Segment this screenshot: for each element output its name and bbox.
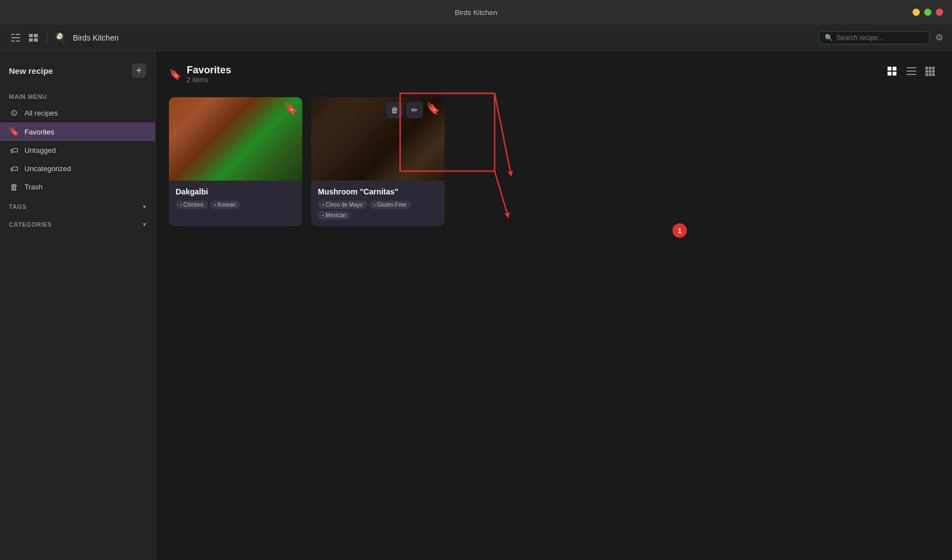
sidebar-item-label: Trash xyxy=(24,183,43,191)
svg-rect-4 xyxy=(16,41,20,42)
layout-toggle-button[interactable] xyxy=(27,32,40,44)
tag-cinco-de-mayo[interactable]: Cinco de Mayo xyxy=(318,201,367,209)
recipe-card-dakgalbi[interactable]: 🔖 Dakgalbi Chicken Korean xyxy=(169,97,302,226)
uncategorized-icon: 🏷 xyxy=(9,164,19,173)
grid-view-button[interactable] xyxy=(884,64,901,82)
sidebar-item-trash[interactable]: 🗑 Trash xyxy=(0,178,155,196)
svg-rect-7 xyxy=(29,38,33,42)
svg-rect-8 xyxy=(34,38,38,42)
edit-button[interactable]: ✏ xyxy=(406,102,423,118)
svg-rect-0 xyxy=(11,34,14,35)
search-input[interactable] xyxy=(836,34,924,42)
all-recipes-icon: ⊙ xyxy=(9,108,19,118)
svg-rect-15 xyxy=(906,74,916,75)
categories-section[interactable]: CATEGORIES ▾ xyxy=(0,214,155,232)
svg-rect-13 xyxy=(906,67,916,68)
dakgalbi-card-body: Dakgalbi Chicken Korean xyxy=(169,181,302,216)
svg-rect-21 xyxy=(932,70,935,73)
section-title: Favorites xyxy=(187,64,231,76)
categories-section-title: CATEGORIES xyxy=(9,221,52,228)
sidebar-item-label: Favorites xyxy=(24,128,54,136)
sidebar-toggle-button[interactable] xyxy=(9,32,22,44)
annotation-badge-1: 1 xyxy=(672,223,687,238)
svg-rect-12 xyxy=(893,72,896,76)
close-button[interactable] xyxy=(936,9,943,16)
svg-rect-16 xyxy=(925,67,928,69)
section-title-block: Favorites 2 items xyxy=(187,64,231,84)
trash-icon: 🗑 xyxy=(9,182,19,192)
mushroom-tags: Cinco de Mayo Gluten-Free Mexican xyxy=(318,201,438,219)
tag-korean[interactable]: Korean xyxy=(210,201,240,209)
section-bookmark-icon: 🔖 xyxy=(169,68,181,81)
categories-chevron-icon: ▾ xyxy=(143,221,146,228)
new-recipe-label: New recipe xyxy=(9,66,53,76)
toolbar-divider xyxy=(47,32,47,43)
section-subtitle: 2 items xyxy=(187,76,231,84)
search-bar[interactable]: 🔍 xyxy=(819,31,930,44)
svg-rect-17 xyxy=(929,67,931,69)
titlebar: Birds Kitchen xyxy=(0,0,952,24)
svg-rect-23 xyxy=(929,73,931,76)
svg-rect-2 xyxy=(11,41,14,42)
list-view-button[interactable] xyxy=(903,64,920,82)
minimize-button[interactable] xyxy=(913,9,920,16)
svg-rect-24 xyxy=(932,73,935,76)
svg-rect-18 xyxy=(932,67,935,69)
sidebar-item-untagged[interactable]: 🏷 Untagged xyxy=(0,141,155,159)
svg-rect-20 xyxy=(929,70,931,73)
dakgalbi-image xyxy=(169,97,302,181)
compact-view-button[interactable] xyxy=(922,64,939,82)
recipe-card-mushroom-carnitas[interactable]: 🗑 ✏ 🔖 Mushroom "Carnitas" Cinco de Mayo … xyxy=(311,97,445,226)
window-controls xyxy=(913,9,943,16)
card-hover-overlay: 🗑 ✏ 🔖 xyxy=(311,97,445,181)
tag-chicken[interactable]: Chicken xyxy=(176,201,208,209)
dakgalbi-bookmark-icon: 🔖 xyxy=(284,102,298,115)
svg-rect-3 xyxy=(16,34,20,35)
mushroom-image: 🗑 ✏ 🔖 xyxy=(311,97,445,181)
settings-button[interactable]: ⚙ xyxy=(935,32,943,43)
sidebar-item-all-recipes[interactable]: ⊙ All recipes xyxy=(0,103,155,122)
mushroom-title: Mushroom "Carnitas" xyxy=(318,187,438,196)
toolbar-right: 🔍 ⚙ xyxy=(819,31,943,44)
dakgalbi-tags: Chicken Korean xyxy=(176,201,296,209)
svg-rect-5 xyxy=(29,34,33,37)
sidebar-item-label: All recipes xyxy=(24,109,58,117)
app-name: Birds Kitchen xyxy=(73,33,118,42)
badge-label: 1 xyxy=(677,227,681,235)
new-recipe-plus-icon: + xyxy=(132,63,146,78)
tags-section-title: TAGS xyxy=(9,203,27,210)
svg-rect-19 xyxy=(925,70,928,73)
dakgalbi-title: Dakgalbi xyxy=(176,187,296,196)
svg-rect-6 xyxy=(34,34,38,37)
svg-rect-9 xyxy=(888,67,891,71)
tag-mexican[interactable]: Mexican xyxy=(318,211,351,219)
content-area: 🔖 Favorites 2 items xyxy=(156,51,952,560)
search-icon: 🔍 xyxy=(825,34,833,42)
recipe-grid: 🔖 Dakgalbi Chicken Korean 🗑 ✏ xyxy=(169,97,939,226)
dakgalbi-food-image xyxy=(169,97,302,181)
tags-section[interactable]: TAGS ▾ xyxy=(0,196,155,214)
sidebar-item-uncategorized[interactable]: 🏷 Uncategorized xyxy=(0,159,155,178)
new-recipe-button[interactable]: New recipe + xyxy=(0,60,155,87)
content-header: 🔖 Favorites 2 items xyxy=(169,64,939,84)
svg-rect-1 xyxy=(11,37,20,38)
sidebar-item-label: Untagged xyxy=(24,146,56,154)
main-layout: New recipe + MAIN MENU ⊙ All recipes 🔖 F… xyxy=(0,51,952,560)
tag-gluten-free[interactable]: Gluten-Free xyxy=(370,201,411,209)
untagged-icon: 🏷 xyxy=(9,146,19,155)
overlay-bookmark-icon: 🔖 xyxy=(426,102,440,115)
svg-rect-11 xyxy=(888,72,891,76)
sidebar-item-favorites[interactable]: 🔖 Favorites xyxy=(0,122,155,141)
delete-button[interactable]: 🗑 xyxy=(386,102,403,118)
content-title-area: 🔖 Favorites 2 items xyxy=(169,64,231,84)
maximize-button[interactable] xyxy=(924,9,931,16)
toolbar-left: 🍳 Birds Kitchen xyxy=(9,32,118,44)
toolbar: 🍳 Birds Kitchen 🔍 ⚙ xyxy=(0,24,952,51)
svg-rect-22 xyxy=(925,73,928,76)
view-toggle xyxy=(884,64,939,82)
app-icon: 🍳 xyxy=(54,32,66,44)
main-menu-section-title: MAIN MENU xyxy=(0,87,155,103)
svg-rect-10 xyxy=(893,67,896,71)
svg-rect-14 xyxy=(906,71,916,72)
tags-chevron-icon: ▾ xyxy=(143,203,146,211)
